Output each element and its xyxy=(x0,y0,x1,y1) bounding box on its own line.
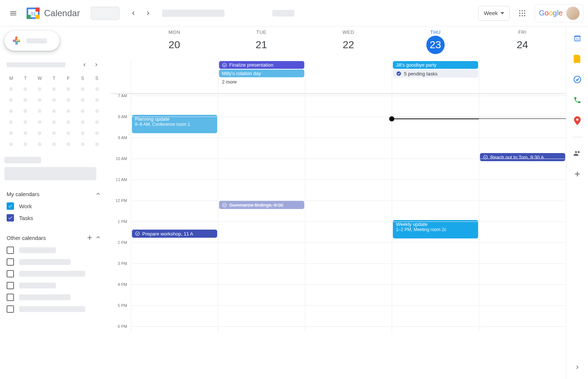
mini-day-cell[interactable] xyxy=(90,84,104,94)
calendar-checkbox[interactable] xyxy=(7,202,14,210)
mini-day-cell[interactable] xyxy=(33,128,47,138)
calendar-item[interactable] xyxy=(4,291,104,303)
allday-event[interactable]: 5 pending tasks xyxy=(393,70,478,78)
mini-day-cell[interactable] xyxy=(90,139,104,149)
main-menu-button[interactable] xyxy=(4,4,22,22)
calendar-event[interactable]: Prepare workshop, 11 A xyxy=(132,230,217,238)
mini-day-cell[interactable] xyxy=(19,139,32,149)
mini-day-cell[interactable] xyxy=(19,95,32,105)
mini-day-cell[interactable] xyxy=(47,84,61,94)
mini-day-cell[interactable] xyxy=(33,106,47,116)
view-selector[interactable]: Week xyxy=(478,6,510,21)
calendar-item[interactable]: Tasks xyxy=(4,212,104,224)
calendar-item[interactable] xyxy=(4,303,104,315)
mini-day-cell[interactable] xyxy=(61,117,75,127)
mini-day-cell[interactable] xyxy=(33,139,47,149)
mini-day-cell[interactable] xyxy=(4,106,18,116)
calendar-item[interactable]: Work xyxy=(4,200,104,212)
allday-column[interactable] xyxy=(131,60,218,93)
mini-day-cell[interactable] xyxy=(61,84,75,94)
search-people-placeholder[interactable] xyxy=(4,167,96,180)
calendar-checkbox[interactable] xyxy=(7,282,14,289)
calendar-item[interactable] xyxy=(4,256,104,268)
calendar-item[interactable] xyxy=(4,268,104,280)
calendar-item[interactable] xyxy=(4,280,104,291)
allday-event[interactable]: Jill's goodbye party xyxy=(393,61,478,69)
calendar-event[interactable]: Planning update8–9 AM, Conference room 1 xyxy=(132,115,217,133)
mini-day-cell[interactable] xyxy=(19,84,32,94)
allday-column[interactable] xyxy=(479,60,566,93)
allday-column[interactable] xyxy=(305,60,392,93)
mini-prev-button[interactable] xyxy=(79,60,90,70)
mini-day-cell[interactable] xyxy=(33,84,47,94)
mini-day-cell[interactable] xyxy=(76,117,89,127)
mini-day-cell[interactable] xyxy=(33,95,47,105)
mini-day-cell[interactable] xyxy=(76,95,89,105)
calendar-checkbox[interactable] xyxy=(7,305,14,313)
mini-day-cell[interactable] xyxy=(4,139,18,149)
add-addon-icon[interactable] xyxy=(573,170,582,178)
calendar-checkbox[interactable] xyxy=(7,294,14,301)
allday-column[interactable]: Jill's goodbye party5 pending tasks xyxy=(392,60,479,93)
maps-addon-icon[interactable] xyxy=(573,116,582,125)
other-calendars-header[interactable]: Other calendars xyxy=(4,231,104,244)
time-grid[interactable]: 7 AM8 AM9 AM10 AM11 AM12 PM1 PM2 PM3 PM4… xyxy=(110,93,566,379)
calendar-event[interactable]: Reach out to Tom, 9:30 A xyxy=(480,153,565,161)
mini-day-cell[interactable] xyxy=(90,128,104,138)
tasks-addon-icon[interactable] xyxy=(573,75,582,84)
mini-day-cell[interactable] xyxy=(90,106,104,116)
mini-day-cell[interactable] xyxy=(4,95,18,105)
google-account-badge[interactable]: Google xyxy=(535,4,584,22)
allday-more-link[interactable]: 2 more xyxy=(219,78,304,86)
create-event-button[interactable] xyxy=(4,31,60,51)
mini-day-cell[interactable] xyxy=(19,106,32,116)
mini-day-cell[interactable] xyxy=(47,139,61,149)
add-calendar-icon[interactable] xyxy=(86,234,93,241)
next-week-button[interactable] xyxy=(141,7,155,20)
day-column[interactable]: Planning update8–9 AM, Conference room 1… xyxy=(131,93,218,333)
calendar-event[interactable]: Weekly update1–2 PM, Meeting room 2c xyxy=(393,220,478,238)
expand-panel-icon[interactable] xyxy=(573,363,582,372)
allday-column[interactable]: Finalize presentationMilly's rotation da… xyxy=(218,60,305,93)
mini-day-cell[interactable] xyxy=(76,128,89,138)
day-header[interactable]: WED22 xyxy=(305,26,392,60)
day-header[interactable]: MON20 xyxy=(131,26,218,60)
mini-day-cell[interactable] xyxy=(61,128,75,138)
mini-day-cell[interactable] xyxy=(33,117,47,127)
my-calendars-header[interactable]: My calendars xyxy=(4,188,104,200)
mini-day-cell[interactable] xyxy=(61,95,75,105)
mini-day-cell[interactable] xyxy=(4,128,18,138)
mini-day-cell[interactable] xyxy=(47,128,61,138)
mini-day-cell[interactable] xyxy=(90,117,104,127)
voice-addon-icon[interactable] xyxy=(573,96,582,105)
calendar-checkbox[interactable] xyxy=(7,258,14,266)
prev-week-button[interactable] xyxy=(127,7,140,20)
mini-next-button[interactable] xyxy=(91,60,101,70)
mini-day-cell[interactable] xyxy=(47,95,61,105)
allday-event[interactable]: Finalize presentation xyxy=(219,61,304,69)
mini-day-cell[interactable] xyxy=(47,117,61,127)
mini-day-cell[interactable] xyxy=(47,106,61,116)
calendar-item[interactable] xyxy=(4,244,104,256)
user-avatar[interactable] xyxy=(566,7,580,20)
day-column[interactable]: Weekly update1–2 PM, Meeting room 2c xyxy=(392,93,479,333)
calendar-checkbox[interactable] xyxy=(7,270,14,277)
calendar-addon-icon[interactable]: 31 xyxy=(573,34,582,43)
mini-day-cell[interactable] xyxy=(19,128,32,138)
mini-day-cell[interactable] xyxy=(76,84,89,94)
calendar-event[interactable]: Summarize findings, 9:30 xyxy=(219,201,304,209)
day-column[interactable] xyxy=(305,93,392,333)
allday-event[interactable]: Milly's rotation day xyxy=(219,70,304,77)
day-column[interactable]: Reach out to Tom, 9:30 A xyxy=(479,93,566,333)
mini-day-cell[interactable] xyxy=(4,84,18,94)
calendar-checkbox[interactable] xyxy=(7,214,14,222)
mini-day-cell[interactable] xyxy=(90,95,104,105)
mini-day-cell[interactable] xyxy=(61,106,75,116)
day-header[interactable]: TUE21 xyxy=(218,26,305,60)
day-header[interactable]: THU23 xyxy=(392,26,479,60)
mini-day-cell[interactable] xyxy=(76,106,89,116)
day-header[interactable]: FRI24 xyxy=(479,26,566,60)
today-button-placeholder[interactable] xyxy=(91,7,119,20)
mini-day-cell[interactable] xyxy=(19,117,32,127)
calendar-checkbox[interactable] xyxy=(7,247,14,254)
